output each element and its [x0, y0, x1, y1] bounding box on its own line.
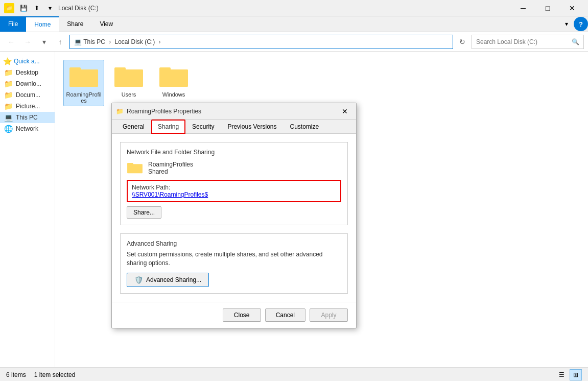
advanced-sharing-section: Advanced Sharing Set custom permissions,… [120, 233, 348, 294]
qat-save-btn[interactable]: 💾 [17, 2, 30, 14]
up-button[interactable]: ↑ [53, 35, 67, 49]
documents-icon: 📁 [4, 91, 13, 99]
item-count: 6 items [6, 371, 26, 378]
back-button[interactable]: ← [4, 35, 18, 49]
network-icon: 🌐 [4, 125, 13, 133]
dialog-overlay: 📁 RoamingProfiles Properties ✕ General S… [55, 52, 588, 367]
quick-access-toolbar: 📁 💾 ⬆ ▾ [4, 2, 56, 14]
dialog-tab-security[interactable]: Security [185, 120, 221, 134]
search-box[interactable]: 🔍 [472, 35, 584, 49]
dialog-tab-customize[interactable]: Customize [283, 120, 325, 134]
shared-folder-icon [127, 160, 143, 176]
quick-access-label: Quick a... [14, 58, 40, 65]
large-icons-view-button[interactable]: ⊞ [570, 369, 582, 380]
dialog-title-icon: 📁 [116, 108, 124, 115]
sidebar-item-documents[interactable]: 📁 Docum... [0, 89, 55, 101]
breadcrumb-localdisk: Local Disk (C:) [114, 38, 156, 45]
dialog-close-button[interactable]: ✕ [338, 104, 352, 118]
tab-file[interactable]: File [0, 16, 26, 32]
tab-view[interactable]: View [91, 16, 121, 32]
close-button[interactable]: ✕ [560, 0, 584, 16]
ribbon: File Home Share View ▾ ? [0, 16, 588, 32]
shared-folder-name: RoamingProfiles [148, 161, 193, 168]
address-bar[interactable]: 💻 This PC › Local Disk (C:) › [69, 35, 453, 49]
shared-folder-info: RoamingProfiles Shared [148, 161, 193, 175]
help-button[interactable]: ? [574, 17, 588, 31]
dialog-title: RoamingProfiles Properties [127, 108, 338, 115]
breadcrumb-icon: 💻 [74, 38, 82, 45]
minimize-button[interactable]: ─ [511, 0, 535, 16]
sidebar-item-pictures[interactable]: 📁 Picture... [0, 101, 55, 112]
pictures-icon: 📁 [4, 102, 13, 110]
downloads-icon: 📁 [4, 80, 13, 88]
shield-icon: 🛡️ [134, 276, 143, 284]
statusbar: 6 items 1 item selected ☰ ⊞ [0, 367, 588, 381]
dialog-tab-general[interactable]: General [116, 120, 151, 134]
shared-folder-status: Shared [148, 168, 193, 175]
desktop-icon: 📁 [4, 68, 13, 77]
view-controls: ☰ ⊞ [555, 369, 582, 380]
details-view-button[interactable]: ☰ [555, 369, 568, 380]
quick-access-star-icon: ⭐ [3, 57, 12, 65]
content-area: RoamingProfiles Users Windows [55, 52, 588, 367]
sidebar-label-network: Network [16, 125, 38, 132]
tab-share[interactable]: Share [59, 16, 91, 32]
sidebar-item-thispc[interactable]: 💻 This PC [0, 112, 55, 123]
dialog-titlebar: 📁 RoamingProfiles Properties ✕ [112, 103, 356, 120]
statusbar-info: 6 items 1 item selected [6, 371, 75, 378]
advanced-sharing-button[interactable]: 🛡️ Advanced Sharing... [127, 273, 209, 287]
sidebar: ⭐ Quick a... 📁 Desktop 📁 Downlo... 📁 Doc… [0, 52, 55, 367]
breadcrumb: 💻 This PC › Local Disk (C:) › [74, 38, 163, 45]
search-icon: 🔍 [572, 38, 579, 45]
close-button-footer[interactable]: Close [223, 308, 261, 322]
share-button[interactable]: Share... [127, 206, 161, 219]
network-path-box: Network Path: \\SRV001\RoamingProfiles$ [127, 180, 341, 202]
addressbar: ← → ▾ ↑ 💻 This PC › Local Disk (C:) › ↻ … [0, 32, 588, 52]
sidebar-item-desktop[interactable]: 📁 Desktop [0, 67, 55, 78]
dialog-tabs: General Sharing Security Previous Versio… [112, 120, 356, 134]
sidebar-item-network[interactable]: 🌐 Network [0, 123, 55, 134]
maximize-button[interactable]: □ [536, 0, 559, 16]
forward-button[interactable]: → [20, 35, 35, 49]
window-controls: ─ □ ✕ [511, 0, 584, 16]
window-title: Local Disk (C:) [58, 5, 511, 12]
qat-up-btn[interactable]: ⬆ [31, 2, 43, 14]
tab-home[interactable]: Home [26, 16, 59, 32]
cancel-button-footer[interactable]: Cancel [265, 308, 305, 322]
dialog-tab-previous-versions[interactable]: Previous Versions [221, 120, 283, 134]
sidebar-label-downloads: Downlo... [16, 80, 41, 87]
sidebar-label-documents: Docum... [16, 91, 40, 99]
dropdown-recent-button[interactable]: ▾ [37, 35, 51, 49]
sidebar-label-desktop: Desktop [16, 69, 38, 76]
network-path-label: Network Path: [132, 184, 336, 191]
sidebar-item-downloads[interactable]: 📁 Downlo... [0, 78, 55, 89]
advanced-sharing-button-label: Advanced Sharing... [146, 276, 201, 283]
main-area: ⭐ Quick a... 📁 Desktop 📁 Downlo... 📁 Doc… [0, 52, 588, 367]
thispc-icon: 💻 [4, 113, 13, 122]
network-sharing-title: Network File and Folder Sharing [127, 149, 341, 156]
sidebar-label-thispc: This PC [16, 114, 38, 121]
quick-access-header[interactable]: ⭐ Quick a... [0, 56, 55, 67]
dialog-footer: Close Cancel Apply [112, 302, 356, 328]
app-icon: 📁 [4, 3, 14, 13]
advanced-sharing-description: Set custom permissions, create multiple … [127, 250, 341, 268]
ribbon-collapse-btn[interactable]: ▾ [559, 17, 574, 31]
svg-rect-10 [127, 163, 133, 165]
titlebar: 📁 💾 ⬆ ▾ Local Disk (C:) ─ □ ✕ [0, 0, 588, 16]
network-path-value[interactable]: \\SRV001\RoamingProfiles$ [132, 191, 336, 198]
advanced-sharing-title: Advanced Sharing [127, 240, 341, 247]
sidebar-label-pictures: Picture... [16, 103, 40, 110]
shared-item: RoamingProfiles Shared [127, 160, 341, 176]
breadcrumb-thispc: This PC [83, 38, 107, 45]
apply-button-footer[interactable]: Apply [310, 308, 348, 322]
network-sharing-section: Network File and Folder Sharing RoamingP… [120, 142, 348, 225]
ribbon-tabs: File Home Share View ▾ ? [0, 16, 588, 32]
dialog-content: Network File and Folder Sharing RoamingP… [112, 134, 356, 302]
svg-rect-9 [127, 164, 143, 173]
qat-dropdown-btn[interactable]: ▾ [44, 2, 56, 14]
refresh-button[interactable]: ↻ [455, 35, 469, 49]
search-input[interactable] [476, 38, 570, 45]
properties-dialog: 📁 RoamingProfiles Properties ✕ General S… [111, 103, 357, 328]
selection-info: 1 item selected [34, 371, 76, 378]
dialog-tab-sharing[interactable]: Sharing [151, 120, 185, 134]
